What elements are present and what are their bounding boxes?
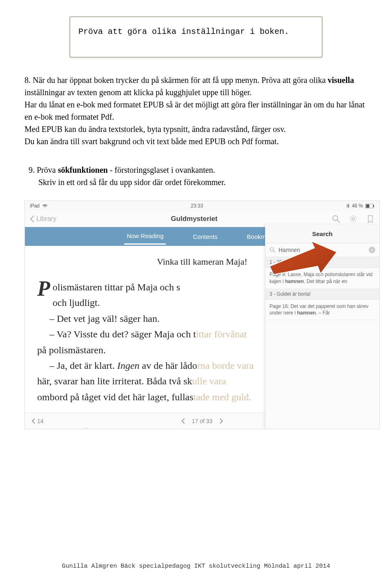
step8-p3: Med EPUB kan du ändra textstorlek, byta …: [24, 125, 286, 134]
back-label: Library: [36, 215, 56, 223]
book-l5: på polismästaren.: [37, 345, 106, 355]
step9-l1-rest: - förstoringsglaset i ovankanten.: [108, 165, 215, 174]
back-button[interactable]: Library: [30, 215, 56, 223]
book-l4ghost: ittar förvånat: [196, 329, 247, 339]
clear-search-icon[interactable]: ×: [369, 247, 375, 253]
book-l7a: här, svarar han lite irriterat. Båda två…: [37, 376, 192, 386]
book-l3: – Det vet jag väl! säger han.: [37, 313, 160, 324]
step8-p1-rest: inställningar av texten genom att klicka…: [24, 88, 252, 97]
svg-marker-0: [270, 241, 337, 274]
book-l8a: ombord på tåget vid det här laget, fulla…: [37, 392, 194, 402]
book-l4a: – Va? Visste du det? säger Maja och t: [37, 329, 196, 339]
book-l1: olismästaren tittar på Maja och s: [53, 282, 180, 292]
bookmark-icon[interactable]: [366, 215, 374, 223]
bluetooth-icon: [346, 203, 350, 208]
book-l2: och ljudligt.: [53, 297, 100, 308]
callout-box: Pröva att göra olika inställningar i bok…: [69, 16, 323, 58]
nav-title: Guldmysteriet: [171, 215, 217, 223]
wifi-icon: [42, 204, 48, 208]
pointer-arrow-icon: [265, 234, 339, 279]
drop-cap: P: [37, 279, 50, 299]
search-section-2: 3 - Guldet är borta!: [265, 289, 379, 300]
sr2b: hamnen: [297, 310, 316, 316]
pager-prev-page[interactable]: [181, 418, 185, 424]
step-8-paragraph: 8. När du har öppnat boken trycker du på…: [24, 74, 368, 147]
sr1c: . Det tittar på när en: [304, 279, 347, 284]
status-time: 23:33: [191, 203, 203, 209]
book-l6em: Ingen: [117, 360, 140, 371]
footer-credit: Gunilla Almgren Bäck specialpedagog IKT …: [0, 563, 392, 570]
status-bar: iPad 23:33 46 %: [25, 201, 379, 211]
step8-p1-prefix: 8. När du har öppnat boken trycker du på…: [24, 76, 328, 85]
step-9-paragraph: 9. Pröva sökfunktionen - förstoringsglas…: [24, 164, 368, 188]
pager-next-page[interactable]: [219, 418, 223, 424]
svg-rect-2: [366, 204, 369, 207]
gear-icon[interactable]: [349, 215, 357, 223]
pager-prev-label: 14: [37, 418, 44, 424]
step8-p2: Har du lånat en e-bok med formatet EPUB …: [24, 100, 365, 121]
chevron-left-icon: [31, 418, 36, 424]
svg-line-5: [337, 220, 340, 223]
search-icon[interactable]: [332, 215, 340, 223]
search-result-2[interactable]: Page 16: Det var det papperet som han sk…: [265, 300, 379, 321]
svg-rect-3: [373, 205, 374, 207]
book-l6ghost: rna borde vara: [197, 360, 254, 371]
step9-l2: Skriv in ett ord så får du upp sidor där…: [38, 178, 226, 187]
step9-l1-bold: sökfunktionen: [58, 165, 108, 174]
battery-icon: [365, 204, 374, 208]
step8-p1-bold: visuella: [328, 76, 354, 85]
ipad-label: iPad: [30, 203, 40, 209]
step9-l1-prefix: 9. Pröva: [29, 165, 58, 174]
step8-p4: Du kan ändra till svart bakgrund och vit…: [24, 137, 279, 146]
svg-point-6: [352, 218, 354, 220]
slider-knob[interactable]: [82, 428, 89, 429]
svg-point-4: [333, 216, 338, 221]
book-l8ghost: tade med guld.: [194, 392, 252, 402]
chevron-left-icon: [30, 215, 35, 223]
battery-pct: 46 %: [352, 203, 363, 209]
callout-text: Pröva att göra olika inställningar i bok…: [78, 27, 289, 36]
tab-contents[interactable]: Contents: [190, 229, 220, 244]
pager-page-of: 17 of 33: [192, 418, 213, 424]
book-l7ghost: ulle vara: [192, 376, 226, 386]
pager-prev-chapter[interactable]: 14: [31, 418, 44, 424]
sr1b: hamnen: [285, 279, 304, 284]
book-l6a: – Ja, det är klart.: [37, 360, 117, 371]
book-l6b: av de här lådo: [140, 360, 197, 371]
tab-now-reading[interactable]: Now Reading: [124, 228, 166, 245]
sr2c: . – Får: [316, 310, 330, 316]
